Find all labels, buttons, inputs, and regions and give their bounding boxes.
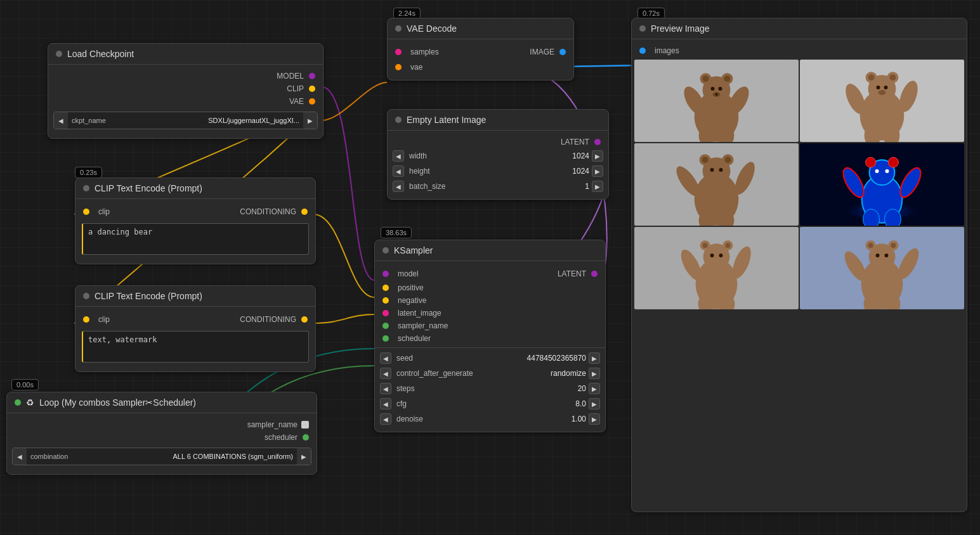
negative-port[interactable]	[382, 297, 389, 304]
preview-img-1	[634, 60, 799, 142]
conditioning-port-neg[interactable]	[301, 316, 308, 323]
bear-svg-5	[634, 227, 799, 309]
steps-stepper: ◀ steps 20 ▶	[375, 381, 605, 396]
negative-prompt-text[interactable]: text, watermark	[82, 331, 309, 363]
svg-point-73	[891, 243, 896, 248]
latent-image-port[interactable]	[382, 310, 389, 316]
model-port[interactable]	[309, 73, 315, 79]
cfg-next-btn[interactable]: ▶	[589, 398, 600, 409]
clip-pos-status	[83, 185, 89, 191]
svg-point-35	[724, 157, 731, 163]
width-stepper-value: 1024	[551, 151, 589, 160]
combination-combo[interactable]: ◀ combination ALL 6 COMBINATIONS (sgm_un…	[12, 448, 311, 465]
model-output-row: MODEL	[48, 70, 323, 82]
load-checkpoint-header: Load Checkpoint	[48, 44, 323, 65]
images-input-port[interactable]	[639, 48, 646, 54]
width-prev-btn[interactable]: ◀	[393, 150, 404, 162]
vae-input-label: vae	[410, 63, 422, 72]
model-input-label: model	[398, 269, 419, 278]
vae-input-port[interactable]	[395, 64, 402, 70]
scheduler-input-port[interactable]	[382, 335, 389, 342]
cfg-label: cfg	[394, 399, 546, 408]
ckpt-next-btn[interactable]: ▶	[303, 112, 317, 129]
seed-prev-btn[interactable]: ◀	[380, 352, 391, 364]
ckpt-prev-btn[interactable]: ◀	[54, 112, 68, 129]
loop-body: sampler_name scheduler ◀ combination ALL…	[7, 413, 317, 474]
svg-point-74	[876, 254, 880, 257]
latent-output-port[interactable]	[591, 271, 598, 277]
control-value: randomize	[548, 369, 586, 378]
denoise-prev-btn[interactable]: ◀	[380, 413, 391, 425]
vae-port[interactable]	[309, 98, 315, 105]
positive-port[interactable]	[382, 285, 389, 291]
sampler-name-output-label: sampler_name	[247, 420, 297, 429]
clip-output-row: CLIP	[48, 82, 323, 95]
height-stepper-label: height	[407, 167, 549, 176]
height-prev-btn[interactable]: ◀	[393, 165, 404, 177]
svg-point-22	[877, 86, 880, 89]
height-next-btn[interactable]: ▶	[592, 165, 603, 177]
cfg-prev-btn[interactable]: ◀	[380, 398, 391, 409]
batch-prev-btn[interactable]: ◀	[393, 181, 404, 192]
clip-text-pos-node: CLIP Text Encode (Prompt) clip CONDITION…	[75, 177, 316, 264]
svg-point-10	[715, 93, 718, 96]
seed-next-btn[interactable]: ▶	[589, 352, 600, 364]
model-input-row: model LATENT	[375, 266, 605, 281]
ckpt-combo[interactable]: ◀ ckpt_name SDXL/juggernautXL_juggXI... …	[53, 112, 318, 129]
scheduler-output-label: scheduler	[265, 433, 297, 442]
samples-port[interactable]	[395, 49, 402, 55]
image-port[interactable]	[559, 49, 566, 55]
clip-input-label-neg: clip	[98, 315, 110, 324]
svg-point-75	[884, 254, 888, 257]
preview-grid	[632, 57, 967, 312]
sampler-name-output-row: sampler_name	[7, 418, 317, 431]
clip-label: CLIP	[287, 84, 304, 93]
preview-img-3	[634, 143, 799, 226]
svg-point-47	[888, 157, 898, 167]
empty-latent-body: LATENT ◀ width 1024 ▶ ◀ height 1024 ▶ ◀ …	[388, 131, 608, 199]
denoise-next-btn[interactable]: ▶	[589, 413, 600, 425]
svg-point-20	[868, 74, 875, 81]
ksampler-timing: 38.63s	[381, 227, 412, 238]
svg-point-49	[885, 169, 889, 173]
width-next-btn[interactable]: ▶	[592, 150, 603, 162]
ksampler-body: model LATENT positive negative latent_im…	[375, 261, 605, 432]
control-next-btn[interactable]: ▶	[589, 368, 600, 379]
ksampler-header: KSampler	[375, 240, 605, 261]
loop-node: ♻ Loop (My combos Sampler✂Scheduler) sam…	[6, 392, 317, 475]
steps-prev-btn[interactable]: ◀	[380, 383, 391, 394]
empty-latent-status	[395, 117, 402, 123]
model-label: MODEL	[277, 72, 304, 81]
svg-point-60	[725, 243, 730, 248]
latent-image-row: latent_image	[375, 307, 605, 319]
batch-next-btn[interactable]: ▶	[592, 181, 603, 192]
combination-next-btn[interactable]: ▶	[297, 448, 311, 465]
vae-label: VAE	[289, 97, 304, 106]
latent-port[interactable]	[594, 139, 601, 145]
sampler-name-input-port[interactable]	[382, 323, 389, 329]
combination-prev-btn[interactable]: ◀	[13, 448, 27, 465]
svg-point-62	[719, 254, 722, 257]
clip-input-port-pos[interactable]	[83, 209, 89, 215]
model-input-port[interactable]	[382, 271, 389, 277]
svg-point-61	[710, 254, 714, 257]
clip-input-port-neg[interactable]	[83, 316, 89, 323]
svg-point-6	[724, 75, 730, 82]
positive-prompt-text[interactable]: a dancing bear	[82, 223, 309, 255]
seed-value: 44784502365870	[527, 354, 586, 363]
height-stepper-value: 1024	[551, 167, 589, 176]
load-checkpoint-body: MODEL CLIP VAE ◀ ckpt_name SDXL/juggerna…	[48, 65, 323, 138]
conditioning-port-pos[interactable]	[301, 209, 308, 215]
clip-text-neg-body: clip CONDITIONING text, watermark	[75, 307, 315, 371]
control-prev-btn[interactable]: ◀	[380, 368, 391, 379]
loop-timing: 0.00s	[11, 379, 39, 390]
clip-text-pos-body: clip CONDITIONING a dancing bear	[75, 199, 315, 264]
steps-next-btn[interactable]: ▶	[589, 383, 600, 394]
steps-value: 20	[548, 384, 586, 393]
clip-input-label-pos: clip	[98, 207, 110, 216]
svg-point-59	[703, 243, 708, 248]
latent-output-label: LATENT	[558, 269, 586, 278]
scheduler-output-port[interactable]	[303, 434, 309, 441]
clip-port[interactable]	[309, 86, 315, 92]
denoise-stepper: ◀ denoise 1.00 ▶	[375, 411, 605, 427]
